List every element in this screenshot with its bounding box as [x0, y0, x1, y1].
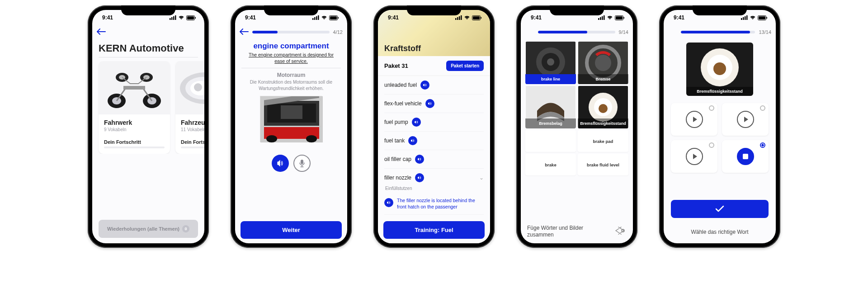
packet-label: Paket 31: [384, 62, 408, 69]
phone-5: 9:41 13/14 Bremsflüssigkeitsstand: [659, 5, 780, 248]
progress-label: Dein Fortschritt: [104, 139, 165, 145]
vocab-row[interactable]: unleaded fuel: [384, 76, 484, 95]
word-tile[interactable]: brake fluid level: [578, 154, 628, 175]
status-icons: [598, 15, 625, 20]
notch: [264, 5, 318, 15]
svg-rect-2: [173, 16, 175, 20]
play-audio-button[interactable]: [272, 155, 289, 172]
vocab-row[interactable]: flex-fuel vehicle: [384, 95, 484, 113]
svg-rect-45: [598, 18, 599, 20]
svg-point-55: [547, 58, 554, 66]
svg-rect-28: [338, 17, 339, 19]
audio-option[interactable]: [722, 103, 769, 136]
word-tile[interactable]: brake: [525, 154, 576, 175]
svg-point-63: [599, 104, 608, 113]
phone-2: 9:41 4/12 engine compartment The engine …: [231, 5, 352, 248]
topic-card-beleuchtung[interactable]: Fahrzeugbeleuchtung 11 Vokabeln Dein For…: [175, 61, 204, 154]
audio-option[interactable]: [671, 103, 717, 136]
svg-rect-24: [316, 16, 317, 20]
progress-label: Dein Fortschritt: [181, 139, 204, 145]
audio-option[interactable]: [671, 140, 717, 173]
image-tile-bremsbelag[interactable]: Bremsbelag: [525, 86, 576, 128]
repetitions-button[interactable]: Wiederholungen (alle Themen) 0: [99, 220, 198, 238]
svg-rect-27: [330, 16, 337, 19]
instruction-text: Füge Wörter und Bilder zusammen: [527, 225, 595, 239]
repetitions-label: Wiederholungen (alle Themen): [107, 226, 179, 232]
notch: [550, 5, 604, 15]
audio-icon[interactable]: [415, 173, 424, 182]
svg-rect-44: [481, 17, 482, 19]
svg-rect-47: [602, 16, 603, 20]
image-tile-bremsfluessigkeit[interactable]: Bremsflüssigkeitsstand: [578, 86, 628, 128]
back-icon[interactable]: [240, 28, 249, 36]
status-time: 9:41: [531, 14, 542, 21]
start-packet-button[interactable]: Paket starten: [446, 61, 484, 71]
topic-card-subtitle: 9 Vokabeln: [104, 127, 165, 132]
audio-icon[interactable]: [412, 118, 421, 127]
vocab-row[interactable]: fuel pump: [384, 113, 484, 132]
play-icon[interactable]: [737, 111, 754, 128]
progress-counter: 4/12: [333, 29, 343, 35]
svg-rect-0: [170, 18, 171, 20]
svg-point-75: [713, 62, 726, 75]
vocab-row[interactable]: fuel tank: [384, 132, 484, 150]
svg-rect-12: [123, 86, 145, 90]
svg-rect-51: [624, 17, 625, 19]
continue-button[interactable]: Weiter: [241, 221, 342, 239]
record-audio-button[interactable]: [293, 155, 311, 172]
question-label: Bremsflüssigkeitsstand: [686, 87, 753, 96]
notch: [121, 5, 175, 15]
tile-label: Bremsbelag: [525, 118, 576, 128]
chevron-down-icon[interactable]: ⌄: [479, 175, 484, 181]
svg-rect-41: [461, 15, 462, 20]
confirm-button[interactable]: [671, 200, 769, 218]
tile-label: Bremsflüssigkeitsstand: [578, 118, 628, 128]
audio-option-selected[interactable]: [722, 140, 769, 173]
svg-rect-25: [318, 15, 319, 20]
svg-rect-6: [195, 17, 196, 19]
audio-icon[interactable]: [384, 198, 393, 207]
topic-card-subtitle: 11 Vokabeln: [181, 127, 204, 132]
training-button[interactable]: Training: Fuel: [383, 221, 485, 239]
topic-card-fahrwerk[interactable]: Fahrwerk 9 Vokabeln Dein Fortschritt: [99, 61, 170, 154]
svg-rect-40: [459, 16, 460, 20]
image-tile-brake-line[interactable]: brake line: [525, 42, 576, 84]
phone-3: 9:41 Kraftstoff Paket 31 Paket starten u…: [373, 5, 495, 248]
divider: [241, 68, 341, 68]
status-icons: [170, 15, 196, 20]
svg-rect-68: [746, 15, 748, 20]
svg-point-34: [266, 135, 277, 142]
word-tile[interactable]: brake pad: [578, 130, 628, 152]
vocab-row-expanded[interactable]: filler nozzle ⌄ Einfüllstutzen The fille…: [384, 169, 484, 215]
vocab-label: flex-fuel vehicle: [384, 100, 422, 107]
audio-icon[interactable]: [415, 155, 424, 164]
tile-label: Bremse: [578, 74, 628, 84]
notch: [693, 5, 747, 15]
image-tile-bremse[interactable]: Bremse: [578, 42, 628, 84]
svg-rect-46: [600, 17, 601, 20]
stop-icon[interactable]: [737, 148, 754, 165]
svg-rect-39: [457, 17, 458, 20]
phone-1: 9:41 KERN Automotive: [88, 5, 209, 248]
svg-rect-66: [743, 17, 744, 20]
notch: [407, 5, 461, 15]
svg-point-21: [194, 83, 202, 91]
audio-icon[interactable]: [408, 136, 417, 145]
svg-rect-48: [604, 15, 605, 20]
phone-4: 9:41 9/14 brake line Bremse: [516, 5, 637, 248]
vocab-image: [260, 96, 322, 142]
radio-icon: [709, 142, 714, 148]
progress-bar: [181, 147, 204, 148]
vocab-row[interactable]: oil filler cap: [384, 150, 484, 169]
svg-point-35: [306, 135, 317, 142]
vocab-label: fuel tank: [384, 137, 405, 144]
repetitions-badge: 0: [182, 225, 189, 232]
back-icon[interactable]: [97, 28, 106, 36]
play-icon[interactable]: [686, 148, 703, 165]
audio-icon[interactable]: [420, 80, 429, 90]
svg-point-58: [595, 55, 611, 71]
vocab-sentence: The engine compartment is designed for e…: [235, 51, 347, 68]
play-icon[interactable]: [686, 111, 703, 128]
audio-icon[interactable]: [425, 99, 434, 108]
word-tile[interactable]: [525, 130, 576, 152]
